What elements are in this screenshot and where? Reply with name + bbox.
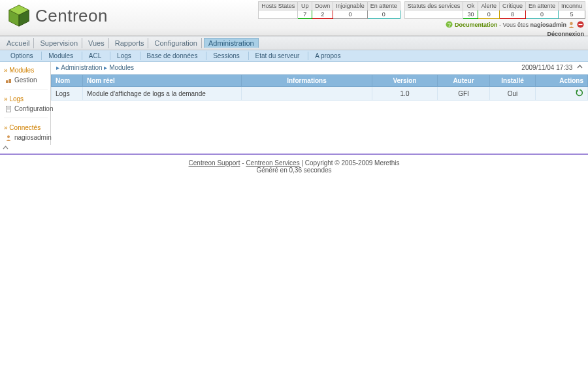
hs-col-up: Up [298,2,312,10]
th-actions[interactable]: Actions [536,75,588,87]
reload-icon[interactable] [576,91,583,98]
subnav-db[interactable]: Base de données [140,52,204,60]
brand-name: Centreon [35,6,108,26]
timestamp: 2009/11/04 17:33 [521,64,572,71]
host-states-table: Hosts States Up Down Injoignable En atte… [258,1,400,19]
nav-administration[interactable]: Administration [204,38,259,48]
td-info [242,87,372,101]
nav-vues[interactable]: Vues [84,38,109,48]
th-info[interactable]: Informations [242,75,372,87]
crumb-modules[interactable]: Modules [109,64,134,71]
brand-logo[interactable]: Centreon [7,3,108,28]
sidebar-group-logs: Logs [1,93,50,104]
ss-val-crit[interactable]: 8 [499,10,525,19]
svg-rect-9 [9,79,12,83]
subnav-about[interactable]: A propos [308,52,347,60]
page-icon [5,106,12,112]
subnav-logs[interactable]: Logs [110,52,138,60]
td-installe: Oui [490,87,536,101]
user-icon [5,135,12,141]
header: Centreon Hosts States Up Down Injoignabl… [0,0,588,36]
sidebar-item-user[interactable]: nagiosadmin [1,133,50,142]
service-states-title: Statuts des services [404,2,463,10]
user-icon [568,21,575,30]
logout-icon[interactable] [577,21,584,30]
status-block: Hosts States Up Down Injoignable En atte… [258,1,585,19]
nav-configuration[interactable]: Configuration [151,38,202,48]
user-line: ? Documentation - Vous êtes nagiosadmin … [446,21,584,38]
youare-label: Vous êtes [502,22,529,28]
sidebar-item-label: Gestion [14,76,37,84]
body-layout: Modules Gestion Logs Configuration Conne… [0,62,588,145]
td-nomreel: Module d'affichage de logs a la demande [83,87,242,101]
sidebar-item-gestion[interactable]: Gestion [1,75,50,85]
ss-col-unk: Inconnu [558,2,585,10]
table-row[interactable]: Logs Module d'affichage de logs a la dem… [52,87,588,101]
svg-rect-8 [6,80,8,83]
svg-point-13 [7,135,10,138]
sidebar-item-label: nagiosadmin [14,134,52,141]
sidebar-group-modules: Modules [1,65,50,75]
package-icon [5,77,12,84]
footer-generated: Généré en 0,36 secondes [0,167,588,174]
ss-col-warn: Alerte [478,2,500,10]
crumb-administration[interactable]: Administration [61,64,102,71]
logout-link[interactable]: Déconnexion [547,31,584,37]
th-nomreel[interactable]: Nom réel [83,75,242,87]
ss-val-pend[interactable]: 0 [525,10,558,19]
sidebar: Modules Gestion Logs Configuration Conne… [0,62,51,145]
td-nom: Logs [52,87,83,101]
td-auteur: GFI [438,87,490,101]
collapse-icon[interactable] [577,64,583,71]
ss-col-crit: Critique [499,2,525,10]
th-installe[interactable]: Installé [490,75,536,87]
current-user: nagiosadmin [530,22,566,28]
content: Administration Modules 2009/11/04 17:33 … [51,62,588,145]
help-icon: ? [446,21,453,30]
sidebar-collapse-toggle[interactable] [0,145,588,153]
sidebar-group-connected: Connectés [1,122,50,133]
th-nom[interactable]: Nom [52,75,83,87]
footer-services-link[interactable]: Centreon Services [246,159,299,167]
nav-rapports[interactable]: Rapports [111,38,149,48]
th-auteur[interactable]: Auteur [438,75,490,87]
th-version[interactable]: Version [372,75,438,87]
subnav-sessions[interactable]: Sessions [206,52,246,60]
ss-val-unk[interactable]: 5 [558,10,585,19]
nav-accueil[interactable]: Accueil [3,38,34,48]
cube-icon [7,3,31,28]
svg-rect-7 [579,24,583,25]
table-header-row: Nom Nom réel Informations Version Auteur… [52,75,588,87]
subnav-modules[interactable]: Modules [41,52,80,60]
sub-nav: Options Modules ACL Logs Base de données… [0,50,588,62]
documentation-link[interactable]: Documentation [455,22,498,28]
subnav-acl[interactable]: ACL [82,52,108,60]
ss-val-warn[interactable]: 0 [478,10,500,19]
subnav-options[interactable]: Options [4,52,39,60]
ss-col-ok: Ok [463,2,478,10]
footer-copyright: | Copyright © 2005-2009 Merethis [301,159,399,167]
service-states-table: Statuts des services Ok Alerte Critique … [404,1,585,19]
hs-val-down[interactable]: 2 [312,10,333,19]
ss-val-ok[interactable]: 30 [463,10,478,19]
td-actions [536,87,588,101]
main-nav: Accueil Supervision Vues Rapports Config… [0,36,588,50]
ss-col-pend: En attente [525,2,558,10]
hs-col-pend: En attente [367,2,400,10]
svg-text:?: ? [448,22,451,28]
hs-col-unr: Injoignable [333,2,368,10]
hs-col-down: Down [312,2,333,10]
footer-support-link[interactable]: Centreon Support [189,159,240,167]
breadcrumb: Administration Modules [56,64,134,71]
modules-table: Nom Nom réel Informations Version Auteur… [51,74,588,101]
sidebar-item-configuration[interactable]: Configuration [1,104,50,114]
td-version: 1.0 [372,87,438,101]
hs-val-unr[interactable]: 0 [333,10,368,19]
hs-val-pend[interactable]: 0 [367,10,400,19]
nav-supervision[interactable]: Supervision [37,38,82,48]
host-states-title: Hosts States [259,2,298,10]
hs-val-up[interactable]: 7 [298,10,312,19]
breadcrumb-bar: Administration Modules 2009/11/04 17:33 [51,62,588,73]
svg-point-5 [570,22,574,25]
subnav-server[interactable]: Etat du serveur [248,52,306,60]
